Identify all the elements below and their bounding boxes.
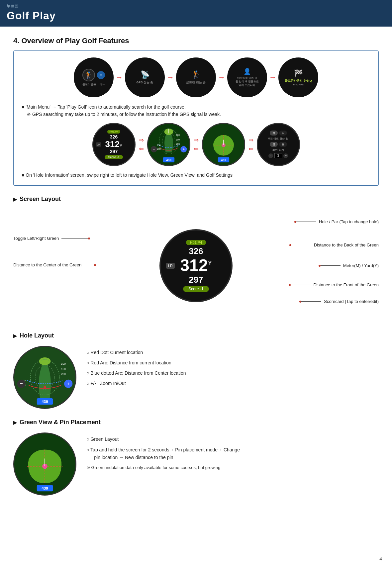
svg-text:−: − <box>20 381 23 386</box>
arr-right-3: ⇒ <box>248 137 253 144</box>
double-arrow-2: ⇒ ⇐ <box>194 137 199 152</box>
meter-yard-annotation: Meter(M) / Yard(Y) <box>319 263 379 268</box>
green-view-title: Green View & Pin Placement <box>20 419 101 426</box>
gps-circle-3: 🏌️ 골프장 찾는 중 <box>176 57 216 97</box>
green-view-content: 439 ○ Green Layout ○ Tap and hold the sc… <box>13 432 379 496</box>
svg-text:100: 100 <box>61 362 66 365</box>
double-arrow-3: ⇒ ⇐ <box>248 137 253 152</box>
bullet-4: ○ +/- : Zoom In/Out <box>86 380 186 387</box>
settings-btn-on: 켬 <box>270 131 278 136</box>
brightness-value: 3 <box>274 153 282 158</box>
front-green-label: Distance to the Front of the Green <box>313 282 379 287</box>
hole-par-annotation: Hole / Par (Tap to change hole) <box>294 219 379 224</box>
arrow-1: → <box>116 73 123 82</box>
instruction1-line1: ■ 'Main Menu' → Tap 'Play Golf' icon to … <box>22 103 370 111</box>
brightness-minus[interactable]: − <box>268 153 273 158</box>
hole-map-1: 100 150 200 200 150 439 − <box>147 123 190 166</box>
svg-text:439: 439 <box>166 158 171 161</box>
svg-text:439: 439 <box>221 158 226 161</box>
hole-layout-section: Hole Layout 100 150 200 <box>13 332 379 409</box>
arr-left-2: ⇐ <box>194 145 199 152</box>
bw-lr-badge: LR <box>166 263 175 269</box>
hole-layout-header: Hole Layout <box>13 332 379 339</box>
green-view-header: Green View & Pin Placement <box>13 419 379 426</box>
settings-btn-off: 끔 <box>279 131 287 136</box>
svg-text:+: + <box>182 147 185 151</box>
center-green-annotation: Distance to the Center of the Green <box>13 262 96 267</box>
svg-text:−: − <box>152 147 155 151</box>
scorecard-annotation: Scorecard (Tap to enter/edit) <box>299 299 379 304</box>
screen-layout-section: Screen Layout Toggle Left/Right Green Di… <box>13 196 379 322</box>
main-content: 4. Overview of Play Golf Features 🏌️ ≡ 플… <box>0 27 392 516</box>
green-view-section: Green View & Pin Placement 439 <box>13 419 379 496</box>
header-title: Golf Play <box>7 10 385 22</box>
arrow-2: → <box>167 73 174 82</box>
instruction1: ■ 'Main Menu' → Tap 'Play Golf' icon to … <box>22 103 370 118</box>
screen-layout-diagram: Toggle Left/Right Green Distance to the … <box>13 209 379 322</box>
bw-top: 326 <box>189 246 203 256</box>
settings-circle: 켬 끔 백라이트 항상 켬 켬 끔 화면 밝기 − 3 + <box>257 123 300 166</box>
big-watch: LR H01.P4 326 312Y 297 Score -1 <box>159 229 233 302</box>
green-view-circle: 439 <box>202 123 245 166</box>
arrow-3: → <box>218 73 225 82</box>
green-bullets: ○ Green Layout ○ Tap and hold the screen… <box>86 432 240 471</box>
bw-bot: 297 <box>189 275 203 285</box>
meter-yard-label: Meter(M) / Yard(Y) <box>343 263 379 268</box>
arr-right-2: ⇒ <box>194 137 199 144</box>
svg-text:200: 200 <box>61 372 66 376</box>
arr-left-3: ⇐ <box>248 145 253 152</box>
settings-btn-on2: 켬 <box>270 142 278 147</box>
dist-bot: 297 <box>110 149 118 154</box>
arrow-4: → <box>269 73 276 82</box>
overview-box: 🏌️ ≡ 플레이 골프 메뉴 → 📡 GPS 찾는 중 → 🏌️ 골프장 찾는 … <box>13 50 379 186</box>
green-circle-big: 439 <box>13 432 76 496</box>
svg-text:150: 150 <box>61 367 66 371</box>
scorecard-label: Scorecard (Tap to enter/edit) <box>324 299 379 304</box>
bw-unit: Y <box>208 260 212 266</box>
svg-text:150: 150 <box>176 138 179 141</box>
bw-score: Score -1 <box>183 286 209 292</box>
gps-flow: 🏌️ ≡ 플레이 골프 메뉴 → 📡 GPS 찾는 중 → 🏌️ 골프장 찾는 … <box>22 57 370 97</box>
settings-btn-off2: 끔 <box>279 142 287 147</box>
hole-layout-title: Hole Layout <box>20 332 54 339</box>
green-bullet-1: ○ Green Layout <box>86 436 240 443</box>
bullet-3: ○ Blue dotted Arc: Distance from Center … <box>86 370 186 377</box>
front-green-annotation: Distance to the Front of the Green <box>289 282 379 287</box>
svg-text:150: 150 <box>157 144 160 146</box>
arr-right: ⇒ <box>139 137 144 144</box>
dist-main: 312Y <box>105 140 122 148</box>
double-arrow-1: ⇒ ⇐ <box>139 137 144 152</box>
bw-main: 312Y <box>180 256 212 275</box>
gps-circle-4: 👤 티박스로 이동 중홀 인식 후 진동으로알려 드립니다. <box>227 57 267 97</box>
gps-circle-1: 🏌️ ≡ 플레이 골프 메뉴 <box>74 57 114 97</box>
gps-circle-2: 📡 GPS 찾는 중 <box>125 57 165 97</box>
svg-text:+: + <box>67 381 70 386</box>
gps-circle-5: 🏁 골프존카운티 안성Q PAMPAS <box>278 57 318 97</box>
settings-row-2: 켬 끔 <box>270 142 287 147</box>
instruction1-line2: ※ GPS searching may take up to 2 minutes… <box>22 111 370 118</box>
center-green-label: Distance to the Center of the Green <box>13 262 81 267</box>
hole-flow: LR H01.P4 326 312Y 297 Score -1 ⇒ ⇐ <box>22 123 370 166</box>
h01-badge: H01.P4 <box>107 130 120 134</box>
screen-layout-header: Screen Layout <box>13 196 379 203</box>
brightness-plus[interactable]: + <box>283 153 288 158</box>
back-green-label: Distance to the Back of the Green <box>314 242 379 247</box>
arr-left: ⇐ <box>139 145 144 152</box>
svg-text:100: 100 <box>176 134 179 136</box>
dist-top: 326 <box>110 134 118 140</box>
hole-layout-content: 100 150 200 200 150 439 <box>13 346 379 409</box>
svg-text:439: 439 <box>42 399 48 404</box>
svg-point-30 <box>44 386 46 388</box>
bullet-1: ○ Red Dot: Current location <box>86 349 186 356</box>
green-view-note: ※ Green undulation data only available f… <box>86 464 240 471</box>
lr-badge: LR <box>96 142 101 146</box>
header-sub: 누르면 <box>7 3 385 9</box>
score-badge: Score -1 <box>105 155 123 159</box>
hole-map-big: 100 150 200 200 150 439 <box>13 346 76 409</box>
bullet-2: ○ Red Arc: Distance from current locatio… <box>86 359 186 366</box>
svg-point-24 <box>39 357 51 365</box>
bw-h01: H01.P4 <box>186 240 206 245</box>
section4-title: 4. Overview of Play Golf Features <box>13 37 379 45</box>
on-instruction: ■ On 'Hole Information' screen, swipe ri… <box>22 171 370 179</box>
settings-row-1: 켬 끔 <box>270 131 287 136</box>
